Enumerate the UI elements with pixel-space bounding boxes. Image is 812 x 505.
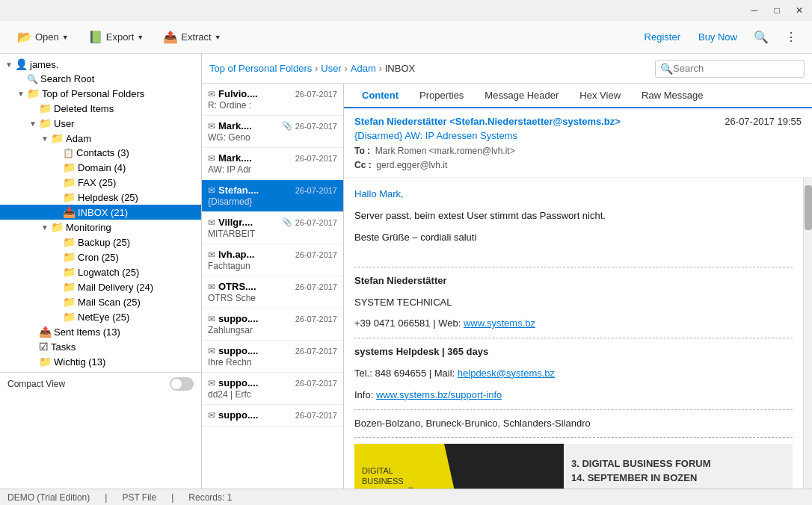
toggle-knob [171, 379, 182, 389]
close-button[interactable]: ✕ [793, 4, 806, 17]
mail-scan-label: Mail Scan (25) [78, 297, 141, 308]
sidebar-item-domain[interactable]: 📁 Domain (4) [0, 160, 201, 175]
minimize-button[interactable]: ─ [748, 4, 761, 17]
extract-label: Extract [181, 31, 211, 43]
bottom-bar: DEMO (Trial Edition) | PST File | Record… [0, 489, 812, 505]
email-list-item[interactable]: ✉ suppo.... 26-07-2017 Ihre Rechn [202, 341, 343, 373]
email-sender: Mark.... [218, 152, 292, 164]
email-preview: Ihre Rechn [208, 357, 337, 368]
sidebar-item-inbox[interactable]: 📥 INBOX (21) [0, 205, 201, 220]
email-list-item[interactable]: ✉ Fulvio.... 26-07-2017 R: Ordine : [202, 84, 343, 116]
email-date: 26-07-2017 [295, 122, 337, 131]
content-tabs: Content Properties Message Header Hex Vi… [344, 84, 812, 108]
email-list-item[interactable]: ✉ OTRS.... 26-07-2017 OTRS Sche [202, 276, 343, 309]
sidebar-item-fax[interactable]: 📁 FAX (25) [0, 175, 201, 190]
export-button[interactable]: 📗 Export ▼ [80, 25, 153, 49]
sent-icon: 📤 [39, 326, 52, 338]
tasks-label: Tasks [51, 341, 76, 353]
sidebar-item-mail-delivery[interactable]: 📁 Mail Delivery (24) [0, 279, 201, 294]
sidebar-item-mail-scan[interactable]: 📁 Mail Scan (25) [0, 294, 201, 309]
neteye-label: NetEye (25) [78, 312, 129, 323]
sidebar-item-wichtig[interactable]: 📁 Wichtig (13) [0, 354, 201, 369]
cron-icon: 📁 [63, 251, 76, 263]
email-sender: OTRS.... [218, 281, 292, 292]
sidebar-item-search-root[interactable]: 🔍 Search Root [0, 72, 201, 86]
sidebar-item-user[interactable]: ▼ 📁 User [0, 116, 201, 131]
email-list-item[interactable]: ✉ Mark.... 26-07-2017 AW: IP Adr [202, 148, 343, 180]
email-preview: Zahlungsar [208, 325, 337, 335]
extract-button[interactable]: 📤 Extract ▼ [155, 25, 229, 49]
sidebar-item-sent[interactable]: 📤 Sent Items (13) [0, 324, 201, 339]
maximize-button[interactable]: □ [770, 4, 784, 17]
breadcrumb-sep-1: › [315, 63, 318, 74]
tree-root[interactable]: ▼ 👤 james. [0, 57, 201, 72]
email-date: 26-07-2017 [295, 218, 337, 227]
main-layout: ▼ 👤 james. 🔍 Search Root ▼ 📁 Top of Pers… [0, 54, 812, 489]
cron-label: Cron (25) [78, 252, 119, 263]
helpdesk-icon: 📁 [63, 191, 76, 203]
compact-view-toggle[interactable] [170, 377, 194, 391]
email-preview: MITARBEIT [208, 229, 337, 239]
deleted-label: Deleted Items [54, 103, 114, 114]
export-dropdown-arrow: ▼ [137, 34, 144, 41]
sidebar-item-deleted[interactable]: 📁 Deleted Items [0, 101, 201, 116]
email-list-item[interactable]: ✉ suppo.... 26-07-2017 Zahlungsar [202, 309, 343, 341]
sidebar-item-top-personal[interactable]: ▼ 📁 Top of Personal Folders [0, 86, 201, 101]
email-sender: Villgr.... [218, 217, 279, 228]
helpdesk-email-link[interactable]: helpdesk@systems.bz [458, 368, 555, 379]
sig-phone-text: +39 0471 066581 | Web: [354, 317, 461, 329]
sidebar-item-contacts[interactable]: 📋 Contacts (3) [0, 146, 201, 160]
adam-toggle: ▼ [39, 134, 51, 143]
sidebar-item-cron[interactable]: 📁 Cron (25) [0, 250, 201, 264]
inbox-label: INBOX (21) [78, 207, 128, 218]
sidebar-item-helpdesk[interactable]: 📁 Helpdesk (25) [0, 190, 201, 205]
email-envelope-icon: ✉ [208, 314, 215, 324]
email-list-item[interactable]: ✉ Mark.... 📎 26-07-2017 WG: Geno [202, 116, 343, 148]
breadcrumb-top-personal[interactable]: Top of Personal Folders [209, 63, 312, 74]
breadcrumb-adam[interactable]: Adam [351, 63, 376, 74]
email-list-scrollable: ✉ Fulvio.... 26-07-2017 R: Ordine : ✉ Ma… [202, 84, 343, 489]
banner-text: 3. DIGITAL BUSINESS FORUM 14. SEPTEMBER … [571, 456, 711, 489]
search-toolbar-icon[interactable]: 🔍 [749, 25, 773, 49]
open-button[interactable]: 📂 Open ▼ [9, 25, 77, 49]
sidebar-item-neteye[interactable]: 📁 NetEye (25) [0, 309, 201, 324]
email-date: 26-07-2017 [295, 411, 337, 420]
menu-icon[interactable]: ⋮ [779, 25, 803, 49]
banner-line3: JETZT PLATZ SICHERN [571, 486, 711, 489]
wichtig-icon: 📁 [39, 356, 52, 368]
buy-link[interactable]: Buy Now [692, 28, 743, 46]
content-scrollbar[interactable] [803, 178, 812, 489]
sig-location: Bozen-Bolzano, Bruneck-Brunico, Schlande… [354, 416, 793, 432]
sidebar-item-tasks[interactable]: ☑ Tasks [0, 339, 201, 354]
email-list-item[interactable]: ✉ lvh.ap... 26-07-2017 Fachtagun [202, 244, 343, 276]
sidebar-item-monitoring[interactable]: ▼ 📁 Monitoring [0, 220, 201, 235]
breadcrumb-user[interactable]: User [321, 63, 341, 74]
email-list-item[interactable]: ✉ Stefan.... 26-07-2017 {Disarmed} [202, 180, 343, 212]
sig-web-link[interactable]: www.systems.bz [464, 317, 535, 329]
user-icon: 📁 [39, 117, 52, 129]
sidebar-item-backup[interactable]: 📁 Backup (25) [0, 235, 201, 250]
breadcrumb-inbox[interactable]: INBOX [385, 63, 415, 74]
monitoring-label: Monitoring [66, 222, 111, 233]
tab-raw-message[interactable]: Raw Message [631, 84, 713, 108]
info-url-link[interactable]: www.systems.bz/support-info [376, 389, 502, 400]
email-envelope-icon: ✉ [208, 410, 215, 421]
email-list-item[interactable]: ✉ Villgr.... 📎 26-07-2017 MITARBEIT [202, 212, 343, 244]
email-list-item[interactable]: ✉ suppo.... 26-07-2017 [202, 405, 343, 427]
tab-hex-view[interactable]: Hex View [569, 84, 631, 108]
banner-line2: 14. SEPTEMBER IN BOZEN [571, 471, 711, 486]
email-list-item[interactable]: ✉ suppo.... 26-07-2017 dd24 | Erfc [202, 373, 343, 405]
tab-message-header[interactable]: Message Header [474, 84, 569, 108]
sidebar-item-adam[interactable]: ▼ 📁 Adam [0, 131, 201, 146]
email-sender: suppo.... [218, 345, 292, 356]
bottom-item-3: Records: 1 [188, 492, 232, 503]
tab-properties[interactable]: Properties [409, 84, 474, 108]
search-input[interactable] [673, 63, 799, 74]
inbox-icon: 📥 [63, 206, 76, 218]
to-label: To : [354, 146, 370, 156]
tab-content[interactable]: Content [351, 84, 409, 108]
sidebar-item-logwatch[interactable]: 📁 Logwatch (25) [0, 264, 201, 279]
extract-dropdown-arrow: ▼ [215, 34, 221, 41]
register-link[interactable]: Register [639, 28, 686, 46]
adam-icon: 📁 [51, 132, 64, 144]
